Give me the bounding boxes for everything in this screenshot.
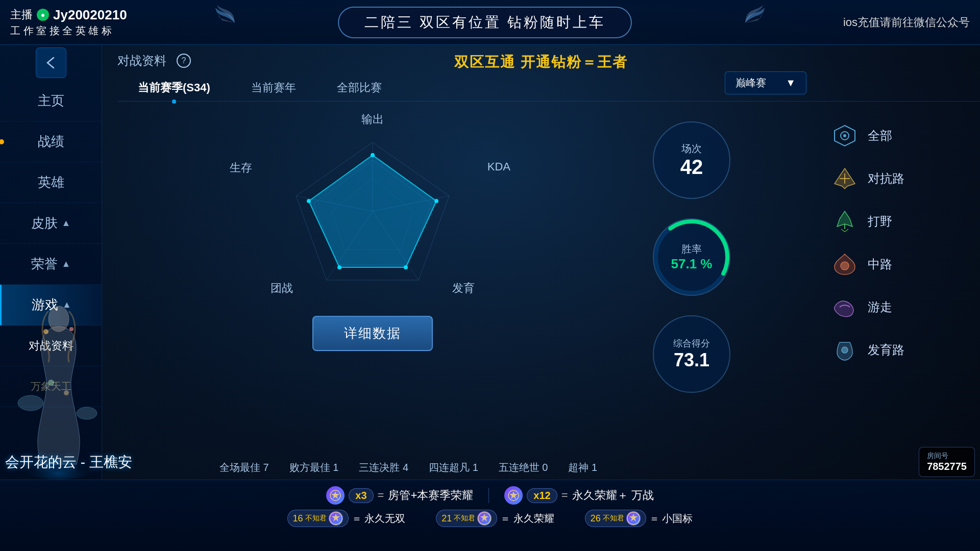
ub-text-3: ＝ 小国标 — [649, 512, 693, 525]
ub-label-3: 不知君 — [603, 514, 624, 523]
sidebar-item-stats[interactable]: 战绩 — [0, 121, 102, 162]
reward-icon-2 — [504, 486, 523, 505]
wing-right-icon — [725, 3, 766, 43]
svg-point-12 — [337, 265, 341, 269]
ub-num-1: 16 不知君 — [287, 510, 349, 527]
role-roam-label: 游走 — [868, 299, 892, 315]
notification-dot — [0, 139, 4, 144]
tabs-row: 当前赛季(S34) 当前赛年 全部比赛 巅峰赛 ▼ — [102, 69, 980, 102]
radar-section: 输出 KDA 发育 团战 生存 — [117, 112, 628, 357]
ub-text-2: ＝ 永久荣耀 — [500, 512, 554, 525]
role-all[interactable]: 全部 — [822, 117, 965, 155]
dropdown-button[interactable]: 巅峰赛 ▼ — [725, 71, 806, 94]
sidebar-heroes-label: 英雄 — [38, 173, 64, 191]
svg-point-11 — [404, 265, 408, 269]
top-bar: 主播 ● Jy20020210 工 作 室 接 全 英 雄 标 二陪三 双区有位… — [0, 0, 980, 45]
stat-quad: 四连超凡 1 — [429, 461, 478, 474]
character-name: 会开花的云 - 王樵安 — [5, 453, 132, 472]
role-panel: 全部 对抗路 — [822, 112, 965, 357]
sidebar-item-heroes[interactable]: 英雄 — [0, 162, 102, 203]
svg-point-28 — [43, 329, 48, 334]
matches-stat: 场次 42 — [648, 117, 801, 204]
sidebar-item-home[interactable]: 主页 — [0, 81, 102, 121]
streamer-info: 主播 ● Jy20020210 工 作 室 接 全 英 雄 标 — [10, 7, 127, 38]
detail-button-label: 详细数据 — [344, 325, 401, 341]
tab-all-matches[interactable]: 全部比赛 — [316, 74, 402, 102]
winrate-label: 胜率 — [681, 242, 702, 256]
role-jungle[interactable]: 打野 — [822, 203, 965, 240]
detail-button[interactable]: 详细数据 — [312, 316, 433, 351]
ub-icon-2 — [477, 511, 492, 525]
bottom-stats-bar: 全场最佳 7 败方最佳 1 三连决胜 4 四连超凡 1 五连绝世 0 超神 1 — [204, 458, 980, 477]
streamer-username: Jy20020210 — [53, 7, 127, 23]
role-roam-icon — [832, 294, 857, 320]
svg-point-33 — [77, 407, 97, 419]
matches-value: 42 — [680, 156, 703, 179]
svg-point-21 — [843, 134, 846, 137]
role-bot[interactable]: 发育路 — [822, 331, 965, 369]
radar-labels: 输出 KDA 发育 团战 生存 — [245, 112, 500, 306]
svg-point-31 — [64, 390, 69, 395]
sidebar-item-skins[interactable]: 皮肤 ▲ — [0, 203, 102, 244]
skins-arrow-icon: ▲ — [62, 218, 71, 229]
stat-penta: 五连绝世 0 — [499, 461, 548, 474]
role-mid-label: 中路 — [868, 256, 892, 272]
role-roam[interactable]: 游走 — [822, 288, 965, 326]
dropdown-label: 巅峰赛 — [736, 76, 766, 90]
streamer-name: 主播 ● Jy20020210 — [10, 7, 127, 23]
season-dropdown[interactable]: 巅峰赛 ▼ — [725, 71, 806, 94]
role-top[interactable]: 对抗路 — [822, 160, 965, 197]
svg-point-29 — [69, 327, 74, 331]
score-circle: 综合得分 73.1 — [648, 311, 735, 397]
winrate-value: 57.1 % — [671, 256, 713, 272]
ub-label-2: 不知君 — [454, 514, 475, 523]
radar-label-output: 输出 — [361, 112, 384, 127]
svg-point-30 — [48, 380, 54, 386]
help-icon[interactable]: ? — [177, 54, 191, 68]
ub-label-1: 不知君 — [305, 514, 327, 523]
svg-point-25 — [842, 347, 848, 353]
sidebar-item-honor[interactable]: 荣誉 ▲ — [0, 244, 102, 285]
topbar-right-info: ios充值请前往微信公众号 — [843, 15, 970, 30]
back-button[interactable] — [36, 47, 66, 78]
tab-current-season[interactable]: 当前赛季(S34) — [117, 74, 231, 102]
role-top-icon — [832, 166, 857, 191]
circles-section: 场次 42 胜率 57.1 % — [648, 112, 801, 357]
ub-text-1: ＝ 永久无双 — [352, 512, 406, 525]
role-all-icon — [832, 123, 857, 148]
winrate-circle: 胜率 57.1 % — [648, 214, 735, 300]
role-mid[interactable]: 中路 — [822, 245, 965, 283]
reward-row1: x3 = 房管+本赛季荣耀 x12 = 永久荣耀＋ 万战 — [0, 480, 980, 507]
role-bot-icon — [832, 337, 857, 363]
content-header: 对战资料 ? 双区互通 开通钻粉＝王者 — [102, 45, 980, 69]
room-label: 房间号 — [927, 452, 967, 461]
stat-godlike: 超神 1 — [568, 461, 597, 474]
sidebar-home-label: 主页 — [38, 92, 64, 110]
sidebar-skins-label: 皮肤 — [31, 214, 58, 232]
ub-num-2: 21 不知君 — [436, 510, 497, 527]
score-label: 综合得分 — [673, 337, 710, 349]
ub-icon-1 — [329, 511, 343, 525]
unknown-badge-2: 21 不知君 ＝ 永久荣耀 — [436, 510, 554, 527]
main-content: 对战资料 ? 双区互通 开通钻粉＝王者 当前赛季(S34) 当前赛年 全部比赛 … — [102, 45, 980, 551]
matches-label: 场次 — [681, 142, 702, 156]
stat-best-overall: 全场最佳 7 — [219, 461, 269, 474]
svg-point-10 — [434, 199, 438, 203]
reward-icon-1 — [326, 486, 345, 505]
dropdown-arrow-icon: ▼ — [786, 77, 796, 89]
reward-bar: x3 = 房管+本赛季荣耀 x12 = 永久荣耀＋ 万战 — [0, 480, 980, 551]
reward-separator — [488, 488, 489, 503]
role-mid-icon — [832, 252, 857, 277]
sidebar-back[interactable] — [0, 45, 102, 81]
score-stat: 综合得分 73.1 — [648, 311, 801, 397]
reward-row2: 16 不知君 ＝ 永久无双 21 不知君 — [0, 507, 980, 530]
room-number: 房间号 7852775 — [919, 447, 975, 477]
reward-text-2: 永久荣耀＋ 万战 — [572, 488, 654, 503]
svg-point-24 — [841, 262, 849, 270]
sidebar-stats-label: 战绩 — [38, 133, 64, 151]
role-all-label: 全部 — [868, 128, 892, 144]
tab-current-year[interactable]: 当前赛年 — [231, 74, 316, 102]
svg-point-13 — [307, 199, 311, 203]
unknown-badge-1: 16 不知君 ＝ 永久无双 — [287, 510, 406, 527]
score-value: 73.1 — [674, 349, 709, 371]
